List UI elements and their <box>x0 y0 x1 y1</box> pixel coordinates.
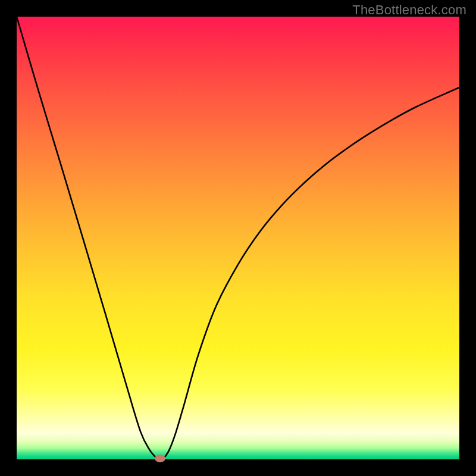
bottleneck-curve-path <box>17 17 459 459</box>
optimum-marker <box>155 455 165 462</box>
watermark-text: TheBottleneck.com <box>352 2 466 18</box>
chart-frame: TheBottleneck.com <box>0 0 476 476</box>
bottleneck-curve-svg <box>17 17 459 459</box>
